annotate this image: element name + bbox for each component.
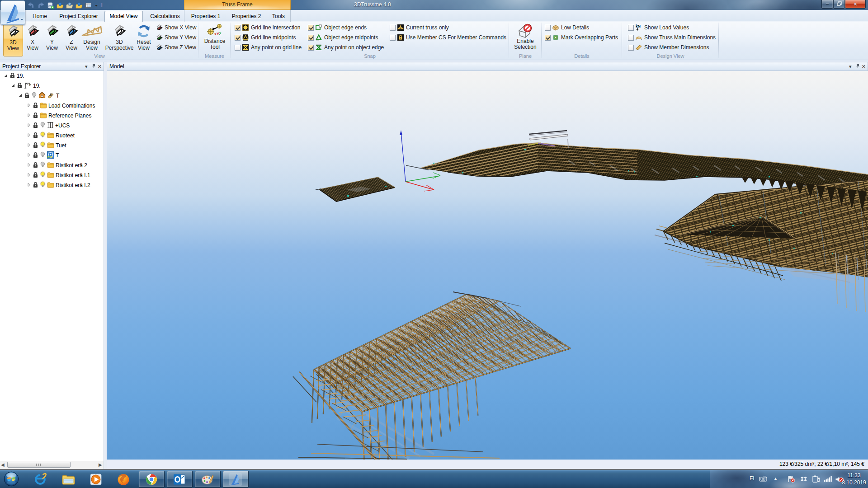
svg-text:DXF: DXF [47,156,52,159]
svg-text:Z: Z [219,32,222,36]
svg-text:kN: kN [636,24,641,28]
